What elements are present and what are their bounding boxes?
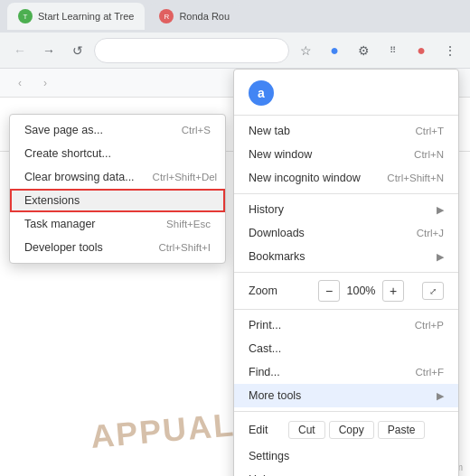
menu-item-downloads[interactable]: Downloads Ctrl+J bbox=[234, 221, 458, 245]
save-page-shortcut: Ctrl+S bbox=[182, 125, 211, 135]
paste-label[interactable]: Paste bbox=[378, 421, 426, 439]
tab1-title: Start Learning at Tree bbox=[38, 11, 134, 22]
save-page-label: Save page as... bbox=[24, 124, 103, 136]
separator-4 bbox=[234, 309, 458, 310]
history-label: History bbox=[249, 203, 284, 216]
print-label: Print... bbox=[249, 319, 281, 331]
menu-item-developer-tools[interactable]: Developer tools Ctrl+Shift+I bbox=[10, 236, 225, 259]
copy-label[interactable]: Copy bbox=[329, 421, 374, 439]
downloads-shortcut: Ctrl+J bbox=[417, 228, 444, 238]
downloads-label: Downloads bbox=[249, 227, 305, 239]
page-content: ‹ › ⚙ ▾ ↩ ADD A REPLY Similar topics APP… bbox=[0, 69, 470, 476]
tab-1[interactable]: T Start Learning at Tree bbox=[7, 3, 145, 30]
developer-tools-shortcut: Ctrl+Shift+I bbox=[158, 242, 211, 253]
zoom-expand-icon: ⤢ bbox=[429, 286, 437, 296]
menu-item-task-manager[interactable]: Task manager Shift+Esc bbox=[10, 212, 225, 236]
find-shortcut: Ctrl+F bbox=[415, 367, 444, 378]
new-tab-label: New tab bbox=[249, 125, 290, 137]
forward-icon: → bbox=[42, 43, 55, 58]
address-bar[interactable] bbox=[94, 38, 289, 63]
history-arrow-icon: ▶ bbox=[437, 204, 444, 216]
find-label: Find... bbox=[249, 366, 280, 378]
back-button[interactable]: ← bbox=[7, 38, 33, 63]
menu-item-bookmarks[interactable]: Bookmarks ▶ bbox=[234, 245, 458, 268]
separator-3 bbox=[234, 272, 458, 273]
menu-item-new-incognito[interactable]: New incognito window Ctrl+Shift+N bbox=[234, 166, 458, 190]
new-incognito-label: New incognito window bbox=[249, 172, 361, 184]
nav-forward-arrow[interactable]: › bbox=[36, 74, 54, 92]
bookmarks-arrow-icon: ▶ bbox=[437, 251, 444, 263]
menu-item-settings[interactable]: Settings bbox=[234, 444, 458, 468]
reload-button[interactable]: ↺ bbox=[65, 38, 90, 63]
zoom-label: Zoom bbox=[249, 285, 313, 297]
profile-icon: ● bbox=[417, 42, 426, 59]
apps-icon: ⠿ bbox=[390, 46, 396, 55]
task-manager-label: Task manager bbox=[24, 218, 96, 230]
new-window-label: New window bbox=[249, 148, 312, 161]
create-shortcut-label: Create shortcut... bbox=[24, 147, 111, 160]
menu-item-help[interactable]: Help ▶ bbox=[234, 468, 458, 476]
menu-item-new-tab[interactable]: New tab Ctrl+T bbox=[234, 119, 458, 143]
menu-item-history[interactable]: History ▶ bbox=[234, 198, 458, 221]
zoom-expand-button[interactable]: ⤢ bbox=[422, 282, 444, 300]
chrome-avatar: a bbox=[249, 80, 274, 106]
developer-tools-label: Developer tools bbox=[24, 241, 103, 254]
zoom-plus-button[interactable]: + bbox=[382, 280, 404, 302]
menu-item-print[interactable]: Print... Ctrl+P bbox=[234, 313, 458, 337]
zoom-value: 100% bbox=[345, 285, 377, 297]
chrome-context-menu: a New tab Ctrl+T New window Ctrl+N New i… bbox=[233, 69, 459, 476]
browser-toolbar: ← → ↺ ☆ ● ⚙ ⠿ ● ⋮ bbox=[0, 33, 470, 69]
avatar-letter: a bbox=[258, 86, 265, 100]
new-window-shortcut: Ctrl+N bbox=[414, 149, 444, 160]
menu-item-new-window[interactable]: New window Ctrl+N bbox=[234, 143, 458, 166]
settings-menu-label: Settings bbox=[249, 450, 289, 462]
bookmarks-label: Bookmarks bbox=[249, 250, 306, 263]
back-icon: ← bbox=[14, 43, 26, 58]
tab-2[interactable]: R Ronda Rou bbox=[148, 3, 240, 30]
star-icon: ☆ bbox=[300, 43, 312, 58]
star-button[interactable]: ☆ bbox=[293, 38, 318, 63]
nav-back-arrow[interactable]: ‹ bbox=[11, 74, 29, 92]
chrome-icon: ● bbox=[330, 42, 339, 59]
menu-item-find[interactable]: Find... Ctrl+F bbox=[234, 360, 458, 384]
apps-button[interactable]: ⠿ bbox=[380, 38, 405, 63]
settings-button[interactable]: ⚙ bbox=[351, 38, 376, 63]
forward-button[interactable]: → bbox=[36, 38, 61, 63]
settings-icon: ⚙ bbox=[358, 43, 370, 58]
menu-button[interactable]: ⋮ bbox=[437, 38, 463, 63]
chrome-button[interactable]: ● bbox=[322, 38, 347, 63]
cast-label: Cast... bbox=[249, 342, 281, 355]
tab-bar: T Start Learning at Tree R Ronda Rou bbox=[0, 0, 470, 33]
tab2-favicon: R bbox=[159, 9, 174, 23]
task-manager-shortcut: Shift+Esc bbox=[166, 219, 211, 229]
menu-item-clear-browsing[interactable]: Clear browsing data... Ctrl+Shift+Del bbox=[10, 165, 225, 189]
tab1-favicon: T bbox=[18, 9, 33, 23]
cut-label[interactable]: Cut bbox=[288, 421, 325, 439]
menu-icon: ⋮ bbox=[444, 43, 456, 58]
separator-1 bbox=[234, 115, 458, 116]
more-tools-label: More tools bbox=[249, 389, 301, 402]
context-menu-more-tools: Save page as... Ctrl+S Create shortcut..… bbox=[9, 114, 226, 264]
zoom-minus-button[interactable]: − bbox=[318, 280, 340, 302]
clear-browsing-shortcut: Ctrl+Shift+Del bbox=[153, 172, 218, 182]
zoom-row: Zoom − 100% + ⤢ bbox=[234, 276, 458, 305]
separator-5 bbox=[234, 411, 458, 412]
zoom-minus-icon: − bbox=[325, 284, 333, 298]
chrome-menu-header: a bbox=[234, 73, 458, 111]
menu-item-cast[interactable]: Cast... bbox=[234, 337, 458, 360]
menu-item-save-page[interactable]: Save page as... Ctrl+S bbox=[10, 118, 225, 142]
browser-chrome: T Start Learning at Tree R Ronda Rou ← →… bbox=[0, 0, 470, 69]
reload-icon: ↺ bbox=[72, 43, 83, 58]
profile-button[interactable]: ● bbox=[409, 38, 434, 63]
new-tab-shortcut: Ctrl+T bbox=[415, 126, 444, 136]
menu-item-extensions[interactable]: Extensions bbox=[10, 189, 225, 212]
clear-browsing-label: Clear browsing data... bbox=[24, 171, 135, 183]
tab2-title: Ronda Rou bbox=[179, 11, 230, 22]
separator-2 bbox=[234, 193, 458, 194]
menu-item-create-shortcut[interactable]: Create shortcut... bbox=[10, 142, 225, 165]
zoom-plus-icon: + bbox=[390, 284, 397, 298]
more-tools-arrow-icon: ▶ bbox=[437, 390, 444, 402]
menu-item-edit[interactable]: Edit Cut Copy Paste bbox=[234, 415, 458, 444]
edit-label: Edit bbox=[249, 424, 281, 436]
menu-item-more-tools[interactable]: More tools ▶ bbox=[234, 384, 458, 407]
